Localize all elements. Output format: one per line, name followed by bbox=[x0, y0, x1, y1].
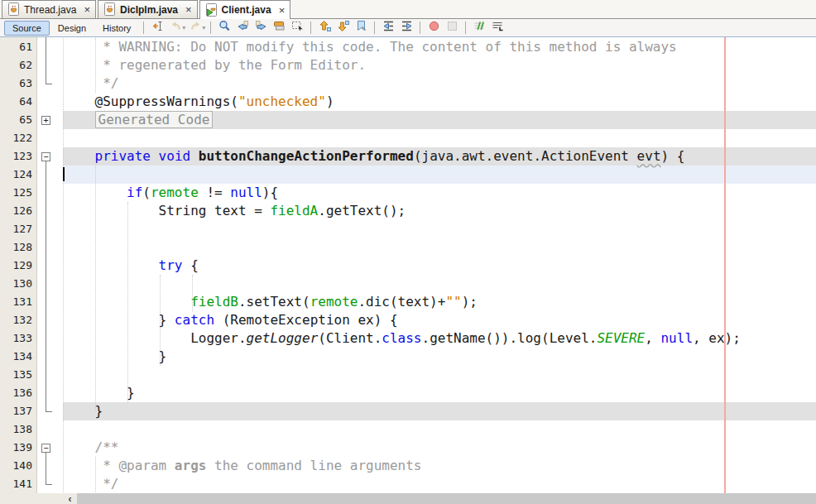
toolbar-separator bbox=[420, 22, 420, 34]
line-number: 61 bbox=[19, 38, 32, 56]
code-editor[interactable]: 6162636465122123124125126127128129130131… bbox=[0, 37, 816, 493]
toolbar-separator bbox=[310, 22, 311, 34]
code-token: fieldB bbox=[190, 294, 238, 310]
fold-guide-line bbox=[46, 37, 46, 84]
line-number: 138 bbox=[13, 420, 32, 439]
tab-label: DicIplm.java bbox=[120, 4, 178, 16]
code-line-140[interactable]: * @param args the command line arguments bbox=[63, 457, 421, 475]
line-number: 64 bbox=[19, 93, 32, 111]
prev-bookmark-icon bbox=[318, 19, 332, 36]
code-line-125[interactable]: if(remote != null){ bbox=[63, 184, 278, 202]
code-token bbox=[63, 294, 190, 310]
code-token: ) bbox=[326, 94, 334, 109]
stop-macro-recording-button[interactable] bbox=[443, 20, 461, 36]
start-macro-recording-button[interactable] bbox=[425, 20, 443, 36]
code-line-123[interactable]: private void buttonChangeActionPerformed… bbox=[63, 147, 684, 166]
code-line-65[interactable]: Generated Code bbox=[63, 111, 213, 129]
code-token: ){ bbox=[262, 185, 278, 200]
find-next-occurrence-button[interactable] bbox=[252, 20, 270, 36]
fold-collapse-icon[interactable]: − bbox=[41, 152, 50, 161]
code-token: String text = bbox=[63, 203, 270, 218]
code-line-64[interactable]: @SuppressWarnings("unchecked") bbox=[63, 93, 334, 111]
dropdown-arrow-icon[interactable]: ▾ bbox=[182, 24, 185, 31]
code-token: .getText(); bbox=[318, 203, 406, 218]
code-token: void bbox=[159, 148, 191, 164]
previous-bookmark-button[interactable] bbox=[315, 20, 334, 36]
code-line-62[interactable]: * regenerated by the Form Editor. bbox=[63, 56, 366, 74]
close-icon[interactable]: × bbox=[84, 4, 90, 15]
code-token: */ bbox=[63, 75, 118, 91]
tab-Client.java[interactable]: Client.java× bbox=[199, 0, 291, 19]
code-line-141[interactable]: */ bbox=[63, 475, 118, 493]
shift-line-right-button[interactable] bbox=[397, 20, 415, 36]
fold-collapse-icon[interactable]: − bbox=[41, 444, 50, 453]
line-number: 135 bbox=[13, 366, 32, 384]
line-number: 133 bbox=[13, 329, 32, 348]
code-token: fieldA bbox=[270, 203, 318, 218]
scroll-left-button[interactable]: ‹ bbox=[63, 493, 77, 504]
code-line-131[interactable]: fieldB.setText(remote.dic(text)+""); bbox=[63, 293, 478, 311]
find-next-icon bbox=[254, 19, 268, 36]
history-view-button[interactable]: History bbox=[94, 21, 139, 36]
line-number: 125 bbox=[13, 184, 32, 202]
horizontal-scrollbar[interactable]: ‹ bbox=[0, 493, 816, 504]
close-icon[interactable]: × bbox=[279, 5, 286, 16]
source-view-button[interactable]: Source bbox=[4, 21, 50, 36]
code-token bbox=[63, 112, 95, 127]
toolbar-separator bbox=[465, 22, 466, 34]
code-line-133[interactable]: Logger.getLogger(Client.class.getName())… bbox=[63, 329, 741, 348]
horizontal-scrollbar-track[interactable] bbox=[77, 493, 816, 504]
toolbar-separator bbox=[143, 22, 144, 34]
code-token bbox=[190, 148, 199, 164]
code-line-61[interactable]: * WARNING: Do NOT modify this code. The … bbox=[63, 38, 677, 56]
code-line-134[interactable]: } bbox=[63, 348, 166, 366]
code-line-132[interactable]: } catch (RemoteException ex) { bbox=[63, 311, 398, 329]
code-line-136[interactable]: } bbox=[63, 384, 135, 402]
find-selection-icon bbox=[218, 19, 232, 36]
code-line-129[interactable]: try { bbox=[63, 257, 199, 275]
last-edit-location-button[interactable] bbox=[148, 20, 166, 36]
design-view-button[interactable]: Design bbox=[50, 21, 94, 36]
toggle-highlight-search-button[interactable] bbox=[270, 20, 288, 36]
code-token bbox=[151, 148, 159, 164]
code-token: ( bbox=[142, 185, 151, 200]
toggle-bookmark-button[interactable] bbox=[352, 20, 370, 36]
code-token: .setText( bbox=[238, 294, 310, 310]
line-number-gutter: 6162636465122123124125126127128129130131… bbox=[0, 37, 37, 493]
find-previous-occurrence-button[interactable] bbox=[233, 20, 252, 36]
highlight-search-icon bbox=[272, 19, 286, 36]
next-bookmark-button[interactable] bbox=[334, 20, 352, 36]
tab-DicIplm.java[interactable]: DicIplm.java× bbox=[98, 0, 198, 18]
fold-expand-icon[interactable]: + bbox=[41, 116, 50, 125]
code-line-63[interactable]: */ bbox=[63, 74, 118, 93]
line-number: 130 bbox=[13, 275, 32, 293]
collapsed-fold-placeholder[interactable]: Generated Code bbox=[95, 111, 214, 128]
line-number: 140 bbox=[13, 457, 32, 475]
editor-toolbar: SourceDesignHistory▾▾ bbox=[0, 19, 816, 37]
stop-icon bbox=[445, 19, 459, 36]
shift-line-left-button[interactable] bbox=[379, 20, 397, 36]
line-number: 65 bbox=[19, 111, 32, 129]
tab-Thread.java[interactable]: Thread.java× bbox=[2, 0, 96, 18]
code-token: */ bbox=[63, 476, 118, 492]
shift-right-icon bbox=[400, 19, 414, 36]
code-token: @SuppressWarnings( bbox=[63, 94, 238, 109]
dropdown-arrow-icon[interactable]: ▾ bbox=[202, 24, 205, 31]
code-line-137[interactable]: } bbox=[63, 402, 103, 420]
find-selection-button[interactable] bbox=[215, 20, 233, 36]
uncomment-button[interactable] bbox=[488, 20, 506, 36]
close-icon[interactable]: × bbox=[185, 4, 192, 15]
code-token: try bbox=[159, 257, 183, 273]
code-token: * regenerated by the Form Editor. bbox=[63, 57, 366, 73]
code-token: private bbox=[95, 148, 151, 164]
line-number: 128 bbox=[13, 238, 32, 257]
line-number: 62 bbox=[19, 56, 32, 74]
code-token: { bbox=[183, 257, 199, 273]
fold-guide-line bbox=[46, 161, 46, 411]
code-line-126[interactable]: String text = fieldA.getText(); bbox=[63, 202, 406, 220]
code-line-139[interactable]: /** bbox=[63, 439, 118, 457]
line-number: 127 bbox=[13, 220, 32, 238]
rectangular-selection-button[interactable] bbox=[288, 20, 306, 36]
comment-button[interactable] bbox=[470, 20, 488, 36]
line-number: 123 bbox=[13, 147, 32, 166]
